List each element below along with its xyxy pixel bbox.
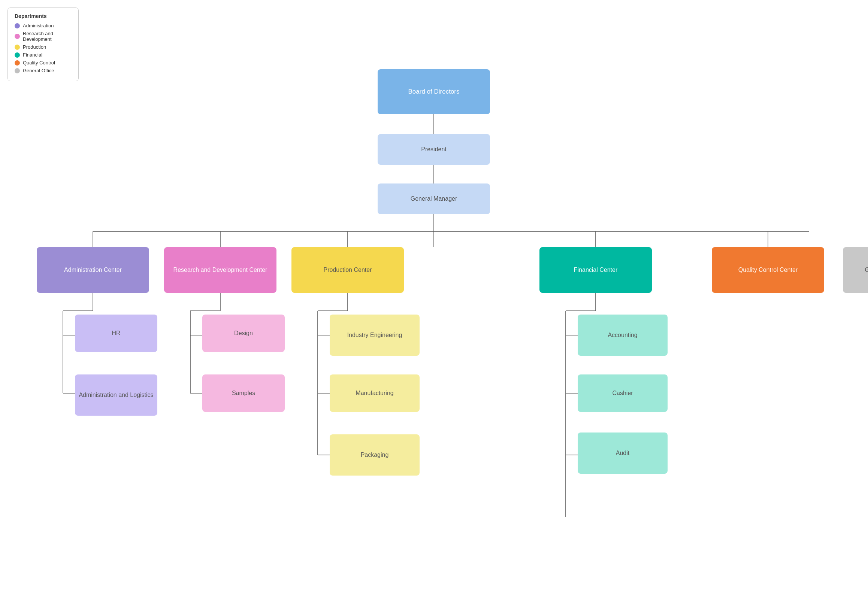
hr-node[interactable]: HR — [75, 314, 157, 352]
qc-node[interactable]: Quality Control Center — [712, 247, 824, 293]
acct-node[interactable]: Accounting — [578, 314, 668, 356]
samples-node[interactable]: Samples — [202, 375, 285, 412]
gm-node[interactable]: General Manager — [378, 183, 490, 214]
board-node[interactable]: Board of Directors — [378, 69, 490, 114]
admin-node[interactable]: Administration Center — [37, 247, 149, 293]
adlog-node[interactable]: Administration and Logistics — [75, 375, 157, 416]
ie-node[interactable]: Industry Engineering — [330, 314, 420, 356]
cashier-node[interactable]: Cashier — [578, 375, 668, 412]
org-chart: Board of Directors President General Man… — [0, 0, 868, 607]
audit-node[interactable]: Audit — [578, 432, 668, 474]
design-node[interactable]: Design — [202, 314, 285, 352]
go-node[interactable]: General Office — [843, 247, 868, 293]
rnd-node[interactable]: Research and Development Center — [164, 247, 276, 293]
president-node[interactable]: President — [378, 134, 490, 165]
pkg-node[interactable]: Packaging — [330, 434, 420, 475]
prod-node[interactable]: Production Center — [291, 247, 404, 293]
fin-node[interactable]: Financial Center — [539, 247, 652, 293]
mfg-node[interactable]: Manufacturing — [330, 375, 420, 412]
